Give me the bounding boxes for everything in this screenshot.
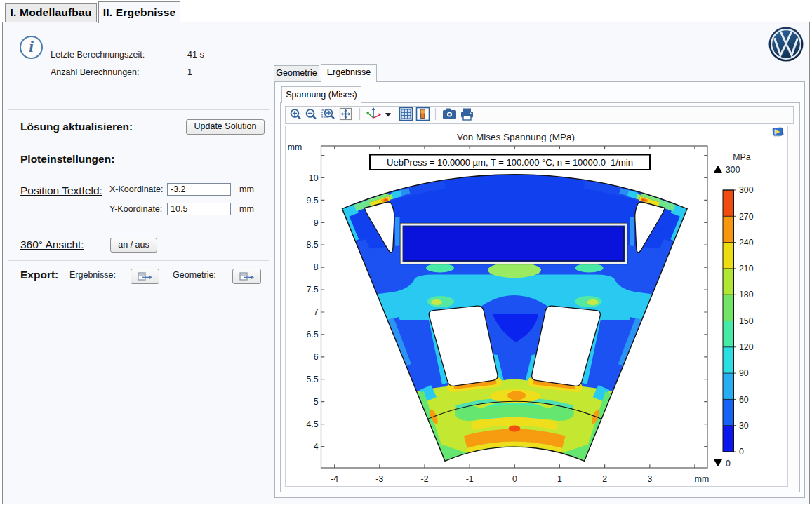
svg-text:-1: -1 bbox=[466, 474, 474, 484]
svg-text:9.5: 9.5 bbox=[306, 196, 318, 206]
svg-text:4.5: 4.5 bbox=[306, 419, 318, 429]
svg-text:-2: -2 bbox=[421, 474, 429, 484]
svg-text:3: 3 bbox=[647, 474, 652, 484]
svg-text:4: 4 bbox=[314, 442, 319, 452]
svg-text:150: 150 bbox=[739, 316, 754, 326]
svg-text:210: 210 bbox=[739, 264, 754, 274]
svg-text:7.5: 7.5 bbox=[306, 285, 318, 295]
svg-text:90: 90 bbox=[739, 368, 749, 378]
svg-text:9: 9 bbox=[314, 218, 319, 228]
svg-text:10: 10 bbox=[309, 173, 319, 183]
svg-text:0: 0 bbox=[512, 474, 517, 484]
svg-text:8: 8 bbox=[314, 262, 319, 272]
svg-text:6: 6 bbox=[314, 352, 319, 362]
svg-text:270: 270 bbox=[739, 212, 754, 222]
svg-text:Von Mises Spannung (MPa): Von Mises Spannung (MPa) bbox=[457, 132, 575, 142]
svg-text:MPa: MPa bbox=[733, 152, 750, 162]
svg-text:240: 240 bbox=[739, 238, 754, 248]
svg-text:0: 0 bbox=[726, 459, 731, 469]
svg-text:0: 0 bbox=[739, 447, 744, 457]
svg-text:7: 7 bbox=[314, 307, 319, 317]
svg-text:-3: -3 bbox=[375, 474, 383, 484]
svg-text:UebPress = 10.0000 µm, T = 100: UebPress = 10.0000 µm, T = 100.000 °C, n… bbox=[387, 157, 633, 168]
svg-text:30: 30 bbox=[739, 421, 749, 431]
svg-text:60: 60 bbox=[739, 395, 749, 405]
svg-text:mm: mm bbox=[695, 474, 710, 484]
svg-text:5: 5 bbox=[314, 397, 319, 407]
svg-text:-4: -4 bbox=[331, 474, 338, 484]
svg-text:5.5: 5.5 bbox=[306, 375, 318, 384]
svg-text:mm: mm bbox=[288, 142, 302, 152]
svg-text:2: 2 bbox=[602, 474, 607, 484]
svg-text:120: 120 bbox=[739, 342, 754, 352]
svg-text:300: 300 bbox=[726, 165, 740, 175]
svg-text:8.5: 8.5 bbox=[306, 240, 318, 250]
svg-text:300: 300 bbox=[739, 185, 754, 195]
svg-text:6.5: 6.5 bbox=[306, 330, 318, 339]
svg-text:1: 1 bbox=[557, 474, 562, 484]
svg-text:180: 180 bbox=[739, 290, 754, 299]
